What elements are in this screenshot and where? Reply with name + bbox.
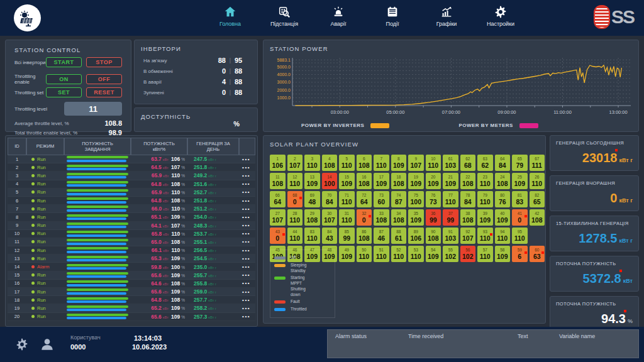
plant-logo[interactable]: [14, 4, 41, 31]
start-button[interactable]: START: [46, 57, 82, 67]
inverter-cell[interactable]: 8076: [495, 191, 511, 207]
row-menu-button[interactable]: •••: [239, 173, 255, 178]
inverter-cell[interactable]: 6362: [477, 155, 493, 171]
row-menu-button[interactable]: •••: [239, 264, 255, 270]
row-menu-button[interactable]: •••: [239, 189, 255, 195]
nav-item-alarm[interactable]: Аварії: [322, 4, 355, 27]
inverter-cell[interactable]: 93110: [477, 228, 493, 244]
row-menu-button[interactable]: •••: [239, 156, 255, 162]
inverter-cell[interactable]: 94110: [495, 228, 511, 244]
inverter-cell[interactable]: 61103: [443, 155, 458, 171]
inverter-cell[interactable]: 33108: [374, 209, 389, 226]
inverter-cell[interactable]: 13109: [304, 173, 320, 189]
inverter-cell[interactable]: 58109: [495, 246, 511, 262]
inverter-cell[interactable]: 30107: [322, 209, 338, 226]
inverter-cell[interactable]: 6108: [357, 155, 372, 171]
row-menu-button[interactable]: •••: [239, 297, 255, 303]
inverter-cell[interactable]: 8183: [512, 191, 528, 207]
inverter-cell[interactable]: 3799: [443, 209, 458, 226]
footer-gear-icon[interactable]: [15, 337, 29, 351]
inverter-cell[interactable]: 7884: [460, 191, 476, 207]
inverter-cell[interactable]: 8861: [391, 228, 407, 244]
inverter-cell[interactable]: 67111: [530, 155, 545, 171]
inverter-cell[interactable]: 27107: [270, 209, 286, 226]
inverter-cell[interactable]: 7264: [357, 191, 372, 207]
inverter-cell[interactable]: 56102: [460, 246, 476, 262]
inverter-cell[interactable]: 2107: [287, 155, 303, 171]
inverter-cell[interactable]: 8443: [322, 228, 338, 244]
inverter-cell[interactable]: 3110: [304, 155, 320, 171]
inverter-cell[interactable]: 51110: [374, 246, 389, 262]
inverter-cell[interactable]: 17109: [374, 173, 389, 189]
inverter-cell[interactable]: 15109: [339, 173, 355, 189]
inverter-cell[interactable]: 20109: [426, 173, 441, 189]
inverter-cell[interactable]: 8265: [530, 191, 545, 207]
inverter-cell[interactable]: 8599: [339, 228, 355, 244]
row-menu-button[interactable]: •••: [239, 181, 255, 187]
row-menu-button[interactable]: •••: [239, 222, 255, 228]
inverter-cell[interactable]: 596: [512, 246, 528, 262]
inverter-cell[interactable]: 24108: [495, 173, 511, 189]
nav-item-charts[interactable]: Графіки: [430, 4, 463, 27]
inverter-cell[interactable]: 410: [512, 209, 528, 226]
row-menu-button[interactable]: •••: [239, 272, 255, 278]
inverter-cell[interactable]: 44110: [287, 228, 303, 244]
inverter-cell[interactable]: 77110: [443, 191, 458, 207]
inverter-cell[interactable]: 31110: [339, 209, 355, 226]
inverter-cell[interactable]: 89106: [408, 228, 424, 244]
inverter-cell[interactable]: 6664: [270, 191, 286, 207]
inverter-cell[interactable]: 14100: [322, 173, 338, 189]
inverter-cell[interactable]: 75100: [408, 191, 424, 207]
inverter-cell[interactable]: 54109: [426, 246, 441, 262]
inverter-cell[interactable]: 92107: [460, 228, 476, 244]
inverter-cell[interactable]: 18108: [391, 173, 407, 189]
row-menu-button[interactable]: •••: [239, 214, 255, 220]
inverter-cell[interactable]: 83110: [304, 228, 320, 244]
inverter-cell[interactable]: 8746: [374, 228, 389, 244]
inverter-cell[interactable]: 53110: [408, 246, 424, 262]
row-menu-button[interactable]: •••: [239, 198, 255, 204]
inverter-cell[interactable]: 29108: [304, 209, 320, 226]
inverter-cell[interactable]: 6484: [495, 155, 511, 171]
inverter-cell[interactable]: 22108: [460, 173, 476, 189]
footer-user-icon[interactable]: [39, 336, 55, 353]
row-menu-button[interactable]: •••: [239, 248, 255, 253]
row-menu-button[interactable]: •••: [239, 280, 255, 286]
throttle-reset-button[interactable]: RESET: [86, 87, 122, 97]
inverter-cell[interactable]: 71110: [339, 191, 355, 207]
inverter-cell[interactable]: 7360: [374, 191, 389, 207]
inverter-cell[interactable]: 6063: [530, 246, 545, 262]
inverter-cell[interactable]: 55102: [443, 246, 458, 262]
inverter-cell[interactable]: 16108: [357, 173, 372, 189]
inverter-cell[interactable]: 86108: [357, 228, 372, 244]
inverter-cell[interactable]: 320: [357, 209, 372, 226]
nav-item-substation[interactable]: Підстанція: [268, 4, 301, 27]
inverter-cell[interactable]: 26110: [530, 173, 545, 189]
inverter-cell[interactable]: 49109: [339, 246, 355, 262]
inverter-cell[interactable]: 430: [270, 228, 286, 244]
inverter-cell[interactable]: 57110: [477, 246, 493, 262]
inverter-cell[interactable]: 25109: [512, 173, 528, 189]
inverter-cell[interactable]: 52110: [391, 246, 407, 262]
inverter-cell[interactable]: 6579: [512, 155, 528, 171]
throttle-on-button[interactable]: ON: [46, 74, 82, 84]
throttling-level-input[interactable]: 11: [64, 102, 122, 116]
row-menu-button[interactable]: •••: [239, 239, 255, 244]
inverter-cell[interactable]: 34108: [391, 209, 407, 226]
inverter-cell[interactable]: 90108: [426, 228, 441, 244]
inverter-cell[interactable]: 79110: [477, 191, 493, 207]
inverter-cell[interactable]: 6948: [304, 191, 320, 207]
nav-item-home[interactable]: Головна: [214, 4, 247, 27]
inverter-cell[interactable]: 42108: [530, 209, 545, 226]
inverter-cell[interactable]: 8109: [391, 155, 407, 171]
inverter-cell[interactable]: 23110: [477, 173, 493, 189]
inverter-cell[interactable]: 3699: [426, 209, 441, 226]
stop-button[interactable]: STOP: [86, 57, 122, 67]
inverter-cell[interactable]: 680: [287, 191, 303, 207]
inverter-cell[interactable]: 38108: [460, 209, 476, 226]
inverter-cell[interactable]: 7084: [322, 191, 338, 207]
throttle-off-button[interactable]: OFF: [86, 74, 122, 84]
row-menu-button[interactable]: •••: [239, 165, 255, 170]
throttle-set-button[interactable]: SET: [46, 87, 82, 97]
inverter-cell[interactable]: 5110: [339, 155, 355, 171]
